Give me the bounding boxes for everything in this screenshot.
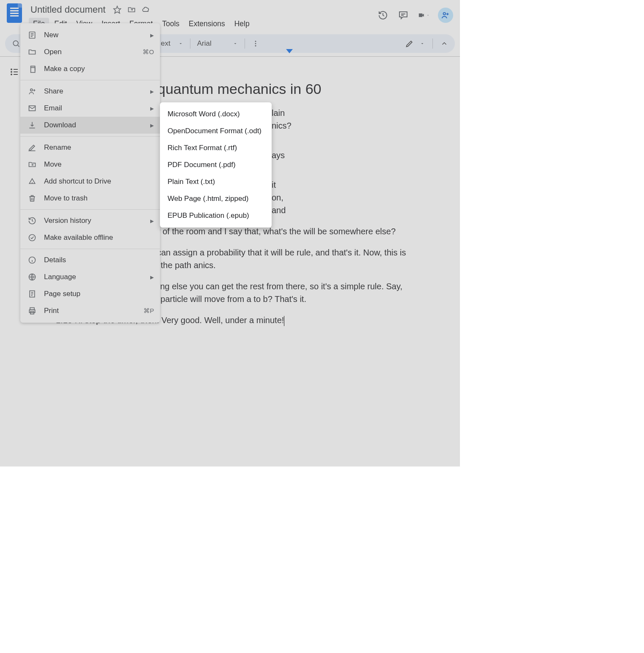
offline-icon [28, 233, 36, 242]
history-icon [28, 217, 36, 225]
chevron-right-icon: ▸ [150, 104, 154, 113]
download-epub[interactable]: EPUB Publication (.epub) [160, 207, 272, 224]
menu-item-print[interactable]: Print ⌘P [20, 302, 160, 319]
menu-item-move[interactable]: Move [20, 156, 160, 173]
menu-label: Move [44, 160, 62, 169]
comment-icon[interactable] [397, 9, 409, 21]
svg-point-6 [11, 69, 12, 70]
doc-text: nics? [272, 121, 292, 130]
cloud-status-icon[interactable] [142, 5, 150, 14]
drive-shortcut-icon [28, 177, 36, 186]
file-menu: New ▸ Open ⌘O Make a copy Share ▸ Email … [20, 23, 160, 323]
font-dropdown[interactable]: Arial [197, 39, 238, 48]
svg-point-5 [255, 45, 256, 47]
menu-extensions[interactable]: Extensions [184, 18, 229, 30]
search-icon[interactable] [12, 39, 20, 48]
menu-item-language[interactable]: Language ▸ [20, 269, 160, 285]
menu-item-add-shortcut[interactable]: Add shortcut to Drive [20, 173, 160, 190]
svg-point-8 [11, 74, 12, 75]
doc-text: ays [272, 151, 285, 160]
star-icon[interactable] [113, 5, 121, 14]
menu-label: Download [44, 121, 76, 129]
copy-icon [28, 65, 36, 73]
menu-label: Open [44, 48, 62, 56]
style-dropdown[interactable]: ext [161, 39, 183, 48]
email-icon [28, 104, 36, 112]
menu-item-rename[interactable]: Rename [20, 139, 160, 156]
svg-point-1 [443, 13, 446, 15]
menu-item-make-copy[interactable]: Make a copy [20, 60, 160, 77]
font-name-text: Arial [197, 39, 212, 48]
menu-label: Details [44, 256, 66, 264]
person-add-icon [28, 87, 36, 96]
more-icon[interactable] [252, 40, 259, 47]
shortcut-text: ⌘P [143, 307, 154, 315]
outline-toggle-icon[interactable] [7, 64, 22, 80]
menu-label: Page setup [44, 290, 80, 298]
menu-item-new[interactable]: New ▸ [20, 27, 160, 44]
doc-text: and [272, 206, 286, 215]
video-call-icon[interactable] [418, 9, 429, 21]
editing-mode-dropdown[interactable] [405, 39, 425, 48]
info-icon [28, 256, 36, 264]
collapse-toolbar-icon[interactable] [440, 40, 448, 47]
move-icon [28, 160, 36, 169]
menu-label: Add shortcut to Drive [44, 177, 111, 186]
chevron-right-icon: ▸ [150, 273, 154, 282]
download-docx[interactable]: Microsoft Word (.docx) [160, 106, 272, 123]
svg-rect-10 [31, 68, 35, 73]
menu-label: Language [44, 273, 76, 281]
menu-item-move-trash[interactable]: Move to trash [20, 190, 160, 207]
globe-icon [28, 273, 36, 281]
menu-label: Make a copy [44, 65, 85, 73]
download-html[interactable]: Web Page (.html, zipped) [160, 190, 272, 207]
move-folder-icon[interactable] [127, 5, 136, 14]
menu-item-page-setup[interactable]: Page setup [20, 285, 160, 302]
chevron-right-icon: ▸ [150, 87, 154, 96]
menu-tools[interactable]: Tools [158, 18, 184, 30]
page-icon [28, 290, 36, 298]
svg-point-2 [13, 41, 18, 46]
menu-label: Move to trash [44, 194, 88, 203]
menu-item-version-history[interactable]: Version history ▸ [20, 212, 160, 229]
style-text-fragment: ext [161, 39, 171, 48]
text-cursor [284, 316, 284, 326]
menu-label: Print [44, 307, 59, 315]
menu-item-details[interactable]: Details [20, 252, 160, 269]
doc-text: it [272, 180, 276, 189]
svg-point-13 [29, 235, 36, 241]
menu-label: Email [44, 104, 62, 112]
download-icon [28, 121, 36, 129]
menu-item-email[interactable]: Email ▸ [20, 100, 160, 117]
document-title[interactable]: Untitled document [29, 3, 107, 16]
download-submenu: Microsoft Word (.docx) OpenDocument Form… [160, 102, 272, 228]
share-button[interactable] [438, 8, 453, 23]
menu-help[interactable]: Help [230, 18, 254, 30]
svg-marker-0 [114, 6, 121, 14]
doc-text: lain [272, 108, 285, 118]
file-icon [28, 31, 36, 39]
svg-point-11 [30, 89, 33, 91]
history-icon[interactable] [377, 9, 389, 21]
docs-logo[interactable] [7, 3, 22, 23]
chevron-right-icon: ▸ [150, 217, 154, 225]
rename-icon [28, 143, 36, 152]
download-odt[interactable]: OpenDocument Format (.odt) [160, 123, 272, 140]
menu-label: New [44, 31, 58, 39]
menu-item-share[interactable]: Share ▸ [20, 83, 160, 100]
download-rtf[interactable]: Rich Text Format (.rtf) [160, 140, 272, 156]
shortcut-text: ⌘O [143, 48, 154, 56]
doc-text: on, [272, 193, 283, 202]
svg-point-4 [255, 43, 256, 44]
chevron-right-icon: ▸ [150, 31, 154, 40]
ruler-tab-marker[interactable] [286, 49, 293, 53]
download-txt[interactable]: Plain Text (.txt) [160, 173, 272, 190]
svg-point-3 [255, 41, 256, 42]
menu-label: Version history [44, 217, 91, 225]
folder-icon [28, 48, 36, 56]
download-pdf[interactable]: PDF Document (.pdf) [160, 156, 272, 173]
menu-item-offline[interactable]: Make available offline [20, 229, 160, 246]
menu-item-open[interactable]: Open ⌘O [20, 44, 160, 60]
svg-point-7 [11, 71, 12, 72]
menu-item-download[interactable]: Download ▸ [20, 117, 160, 134]
